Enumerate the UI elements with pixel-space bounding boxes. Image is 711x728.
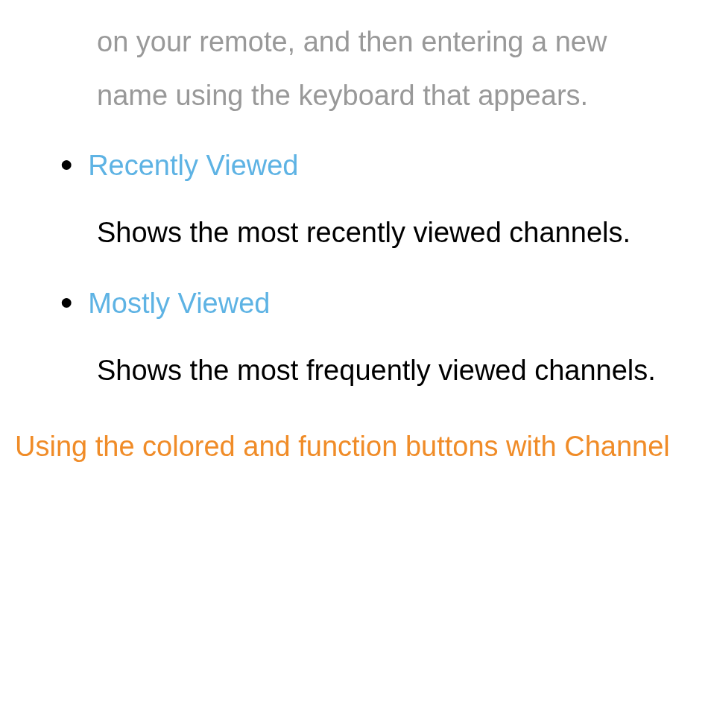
bullet-line: ● Recently Viewed xyxy=(60,145,681,187)
item-title-recently-viewed: Recently Viewed xyxy=(88,145,298,187)
list-item: ● Mostly Viewed Shows the most frequentl… xyxy=(60,282,681,397)
item-description: Shows the most recently viewed channels. xyxy=(97,206,681,259)
bullet-line: ● Mostly Viewed xyxy=(60,282,681,325)
continuation-paragraph: on your remote, and then entering a new … xyxy=(97,15,681,122)
item-title-mostly-viewed: Mostly Viewed xyxy=(88,282,270,325)
section-heading: Using the colored and function buttons w… xyxy=(15,420,681,473)
list-item: ● Recently Viewed Shows the most recentl… xyxy=(60,145,681,259)
item-description: Shows the most frequently viewed channel… xyxy=(97,344,681,397)
bullet-icon: ● xyxy=(60,151,73,177)
bullet-icon: ● xyxy=(60,289,73,314)
